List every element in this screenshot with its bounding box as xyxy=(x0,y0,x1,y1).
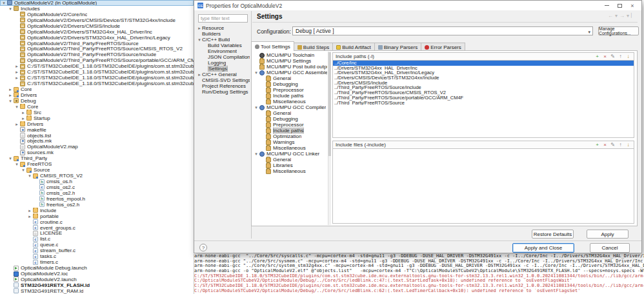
tree-item[interactable]: freertos_mpool.h xyxy=(0,196,194,202)
tree-item[interactable]: Preprocessor xyxy=(252,87,327,93)
expander-icon[interactable]: ▾ xyxy=(8,98,13,104)
add-icon[interactable]: + xyxy=(594,142,600,148)
move-up-icon[interactable]: ↑ xyxy=(618,142,623,148)
tree-item[interactable]: Include paths xyxy=(252,128,327,133)
expander-icon[interactable]: ▾ xyxy=(14,104,19,110)
expander-icon[interactable]: ▾ xyxy=(27,173,32,179)
tree-item[interactable]: OpticalModuleV2/Drivers/STM32G4xx_HAL_Dr… xyxy=(0,29,194,35)
configuration-select[interactable]: Debug [ Active ] ▾ xyxy=(292,26,593,35)
tab-tool-settings[interactable]: Tool Settings xyxy=(251,41,294,51)
expander-icon[interactable]: ▾ xyxy=(8,155,13,161)
build-console[interactable]: arm-none-eabi-gcc "../Core/Src/syscalls.… xyxy=(194,254,644,294)
apply-and-close-button[interactable]: Apply and Close xyxy=(512,243,574,253)
pin-icon[interactable]: ⎸ xyxy=(631,12,636,19)
tree-item[interactable]: Settings xyxy=(196,66,250,72)
cancel-button[interactable]: Cancel xyxy=(590,243,630,253)
tree-item[interactable]: queue.c xyxy=(0,242,194,248)
include-path-row[interactable]: ../Core/Inc xyxy=(333,61,634,66)
tree-item[interactable]: LICENSE xyxy=(0,231,194,237)
tree-item[interactable]: timers.c xyxy=(0,259,194,265)
tree-item[interactable]: OpticalModuleV2/Third_Party/FreeRTOS/Sou… xyxy=(0,57,194,63)
expander-icon[interactable]: ▸ xyxy=(8,92,13,98)
tree-item[interactable]: ▾Includes xyxy=(0,6,194,12)
tree-item[interactable]: ▾Source xyxy=(0,167,194,173)
add-icon[interactable]: + xyxy=(594,54,600,59)
tree-item[interactable]: JSON Compilation xyxy=(196,54,250,60)
tree-item[interactable]: makefile xyxy=(0,127,194,133)
tree-item[interactable]: ▾CMSIS_RTOS_V2 xyxy=(0,173,194,179)
move-down-icon[interactable]: ↓ xyxy=(625,54,631,59)
tree-item[interactable]: sources.mk xyxy=(0,150,194,155)
tree-item[interactable]: OpticalModuleV2/Drivers/STM32G4xx_HAL_Dr… xyxy=(0,35,194,41)
tree-item[interactable]: General xyxy=(252,110,327,116)
tree-item[interactable]: ▾Debug xyxy=(0,98,194,104)
expander-icon[interactable]: ▸ xyxy=(14,69,19,75)
apply-button[interactable]: Apply xyxy=(587,230,629,239)
tree-item[interactable]: General xyxy=(252,75,327,81)
tree-item[interactable]: objects.mk xyxy=(0,139,194,144)
tree-item[interactable]: Miscellaneous xyxy=(252,99,327,104)
tree-item[interactable]: ▾OpticalModuleV2 (in OpticalModule) xyxy=(0,0,194,6)
tree-item[interactable]: ▸Resource xyxy=(196,25,250,31)
edit-icon[interactable]: ✎ xyxy=(610,54,616,59)
tree-item[interactable]: freertos_os2.h xyxy=(0,202,194,208)
tree-item[interactable]: Environment xyxy=(196,48,250,54)
tree-item[interactable]: ▾Core xyxy=(0,104,194,110)
filter-input[interactable]: type filter text xyxy=(198,14,248,23)
tree-item[interactable]: OpticalModuleV2/Third_Party/FreeRTOS/Sou… xyxy=(0,46,194,52)
tree-item[interactable]: ▾FreeRTOS xyxy=(0,161,194,167)
back-menu-icon[interactable]: ▾ xyxy=(615,13,618,19)
expander-icon[interactable]: ▸ xyxy=(21,115,26,121)
expander-icon[interactable]: ▸ xyxy=(27,208,32,213)
expander-icon[interactable]: ▾ xyxy=(21,167,26,173)
tree-item[interactable]: Include paths xyxy=(252,93,327,99)
expander-icon[interactable]: ▸ xyxy=(21,110,26,115)
delete-icon[interactable]: × xyxy=(602,142,608,148)
help-button[interactable]: ? xyxy=(199,244,207,251)
expander-icon[interactable]: ▸ xyxy=(8,86,13,92)
tree-item[interactable]: ▾MCU/MPU GCC Compiler xyxy=(252,104,327,110)
tree-item[interactable]: OpticalModuleV2.launch xyxy=(0,277,194,282)
forward-menu-icon[interactable]: ▾ xyxy=(627,13,629,19)
tree-item[interactable]: MCU/MPU Toolchain xyxy=(252,52,327,58)
tree-item[interactable]: Miscellaneous xyxy=(252,145,327,151)
tree-item[interactable]: ▸include xyxy=(0,208,194,213)
maximize-button[interactable] xyxy=(613,1,626,10)
tree-item[interactable]: ▸Drivers xyxy=(0,121,194,127)
expander-icon[interactable]: ▸ xyxy=(197,72,202,77)
move-down-icon[interactable]: ↓ xyxy=(625,142,631,148)
tree-item[interactable]: OpticalModule Debug.launch xyxy=(0,265,194,271)
expander-icon[interactable]: ▸ xyxy=(197,26,202,31)
edit-icon[interactable]: ✎ xyxy=(610,142,616,148)
tree-item[interactable]: tasks.c xyxy=(0,253,194,259)
include-path-row[interactable]: ../Drivers/CMSIS/Include xyxy=(333,81,634,86)
tree-item[interactable]: OpticalModuleV2.ioc xyxy=(0,271,194,277)
tree-item[interactable]: ▸C:/ST/STM32CubeIDE_1.18.0/STM32CubeIDE/… xyxy=(0,63,194,69)
tree-item[interactable]: MCU/MPU Settings xyxy=(252,58,327,64)
tree-item[interactable]: list.c xyxy=(0,236,194,242)
tree-item[interactable]: STM32G491RETX_FLASH.ld xyxy=(0,282,194,288)
tree-item[interactable]: ▾Third_Party xyxy=(0,155,194,161)
include-path-row[interactable]: ../Drivers/CMSIS/Device/ST/STM32G4xx/Inc… xyxy=(333,75,634,81)
tree-item[interactable]: OpticalModuleV2/Third_Party/FreeRTOS/Sou… xyxy=(0,41,194,46)
tree-item[interactable]: Miscellaneous xyxy=(252,168,327,174)
tree-item[interactable]: Builders xyxy=(196,31,250,37)
include-path-row[interactable]: ../Third_Party/FreeRTOS/Source xyxy=(333,101,634,106)
include-path-row[interactable]: ../Drivers/STM32G4xx_HAL_Driver/Inc/Lega… xyxy=(333,70,634,75)
expander-icon[interactable]: ▸ xyxy=(27,213,32,219)
tree-item[interactable]: Project References xyxy=(196,83,250,89)
forward-icon[interactable]: → xyxy=(619,13,625,19)
minimize-button[interactable] xyxy=(600,1,613,10)
restore-defaults-button[interactable]: Restore Defaults xyxy=(532,230,574,239)
tree-item[interactable]: General xyxy=(252,157,327,162)
tree-item[interactable]: OpticalModuleV2.map xyxy=(0,144,194,150)
expander-icon[interactable]: ▸ xyxy=(14,75,19,81)
tree-scrollbar[interactable] xyxy=(328,52,331,225)
tree-item[interactable]: event_groups.c xyxy=(0,225,194,231)
tree-item[interactable]: MCU/MPU Post build outputs xyxy=(252,64,327,70)
tree-item[interactable]: OpticalModuleV2/Core/Inc xyxy=(0,12,194,17)
tree-item[interactable]: ▾MCU/MPU GCC Assembler xyxy=(252,70,327,75)
tree-item[interactable]: ▸Startup xyxy=(0,115,194,121)
tree-item[interactable]: cmsis_os2.c xyxy=(0,184,194,190)
tree-item[interactable]: Preprocessor xyxy=(252,122,327,128)
